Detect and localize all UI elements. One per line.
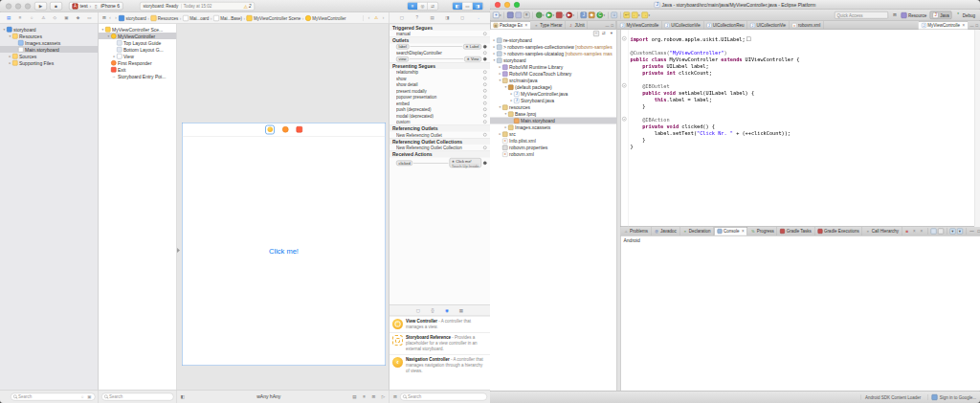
new-class-icon[interactable]: C▾ bbox=[596, 11, 606, 19]
editor-tab-uicollectionvie[interactable]: JUICollectionVie bbox=[747, 21, 790, 30]
version-editor-icon[interactable]: ⇄ bbox=[428, 3, 438, 11]
run-button[interactable]: ▶ bbox=[34, 2, 47, 11]
object-library-icon[interactable]: ◉ bbox=[444, 307, 450, 313]
code-line-8[interactable]: - @IBOutlet bbox=[621, 82, 980, 89]
terminate-icon[interactable]: ■ bbox=[904, 229, 910, 235]
collapsed-imports-icon[interactable] bbox=[746, 37, 751, 42]
interface-builder-canvas[interactable]: Click me! bbox=[177, 24, 390, 390]
bottom-tab-problems[interactable]: ⚠Problems bbox=[621, 227, 652, 235]
explorer-item-info-plist-xml[interactable]: xInfo.plist.xml bbox=[490, 138, 617, 145]
explorer-item-resources[interactable]: ▾resources bbox=[490, 104, 617, 111]
editor-tab-uicollectionvie[interactable]: JUICollectionVie bbox=[662, 21, 704, 30]
stack-icon[interactable]: ▤ bbox=[352, 393, 358, 399]
identity-inspector-icon[interactable]: ▤ bbox=[430, 15, 435, 21]
size-class-control[interactable]: wAny hAny bbox=[256, 394, 280, 400]
explorer-item-base-lproj[interactable]: ▾Base.lproj bbox=[490, 111, 617, 118]
connection-row-present-modally[interactable]: present modally bbox=[390, 88, 490, 95]
explorer-item-myviewcontroller-java[interactable]: ▸JMyViewController.java bbox=[490, 91, 617, 98]
exit-dock-icon[interactable] bbox=[297, 126, 303, 133]
close-traffic-icon[interactable] bbox=[495, 2, 501, 8]
outline-item-bottom-layout-g[interactable]: Bottom Layout G... bbox=[99, 46, 177, 53]
grid-icon[interactable]: ⊞ bbox=[392, 393, 398, 399]
connection-well[interactable] bbox=[483, 96, 487, 100]
code-line-10[interactable]: this.label = label; bbox=[621, 96, 980, 102]
connection-well[interactable] bbox=[483, 71, 487, 75]
connection-row-custom[interactable]: custom bbox=[390, 119, 490, 125]
bottom-tab-progress[interactable]: %Progress bbox=[747, 227, 777, 235]
explorer-item-robovm-properties[interactable]: robovm.properties bbox=[490, 145, 617, 151]
perspective-java[interactable]: JJava bbox=[930, 11, 952, 20]
view-menu-icon[interactable]: ▾ bbox=[609, 31, 614, 36]
zoom-traffic-icon[interactable] bbox=[25, 3, 31, 9]
close-tab-icon[interactable]: × bbox=[525, 23, 528, 28]
add-button[interactable] bbox=[3, 393, 9, 399]
java-editor[interactable]: -import org.robovm.apple.uikit.UILabel;@… bbox=[620, 30, 980, 227]
breadcrumb-item-storyboard[interactable]: storyboard bbox=[119, 15, 146, 21]
scroll-lock-icon[interactable] bbox=[938, 229, 944, 235]
explorer-item-robovm-runtime-library[interactable]: ▸RoboVM Runtime Library bbox=[490, 64, 617, 71]
code-line-16[interactable]: } bbox=[621, 136, 980, 143]
outline-item-storyboard-entry-poi[interactable]: →Storyboard Entry Poi... bbox=[99, 73, 177, 79]
link-with-editor-icon[interactable]: ⇄ bbox=[601, 31, 607, 36]
connection-row-manual[interactable]: manual bbox=[390, 31, 490, 37]
media-library-icon[interactable]: ▦ bbox=[458, 307, 464, 313]
minimize-traffic-icon[interactable] bbox=[15, 3, 21, 9]
code-line-17[interactable]: } bbox=[621, 143, 980, 149]
navigator-item-main-storyboard[interactable]: Main.storyboard bbox=[0, 46, 99, 53]
utilities-panel-icon[interactable]: ◨ bbox=[473, 3, 483, 11]
collapse-all-icon[interactable]: − bbox=[593, 31, 599, 36]
pin-icon[interactable]: ⊞ bbox=[371, 393, 377, 399]
code-line-4[interactable]: public class MyViewController extends UI… bbox=[621, 56, 980, 62]
editor-tab-robovm-xml[interactable]: xrobovm.xml bbox=[790, 21, 824, 30]
external-tools-icon[interactable]: ▶▾ bbox=[566, 11, 575, 19]
perspective-debug[interactable]: *Debug bbox=[953, 11, 978, 20]
view-tab-junit[interactable]: JJUnit bbox=[566, 21, 588, 30]
find-navigator-icon[interactable]: ○ bbox=[29, 15, 34, 21]
fold-marker-icon[interactable]: - bbox=[622, 117, 627, 122]
explorer-item-src-main-java[interactable]: ▾src/main/java bbox=[490, 78, 617, 84]
connection-well[interactable] bbox=[483, 108, 487, 112]
attributes-inspector-icon[interactable]: ◨ bbox=[444, 15, 450, 21]
connection-row-show[interactable]: show bbox=[390, 76, 490, 82]
editor-max-icon[interactable]: □ bbox=[976, 23, 978, 28]
bottom-tab-call-hierarchy[interactable]: ≡Call Hierarchy bbox=[862, 227, 902, 235]
display-console-icon[interactable]: ▾ bbox=[949, 229, 955, 235]
connection-row-new-referencing-outlet[interactable]: New Referencing Outlet bbox=[390, 132, 490, 139]
navigator-item-sources[interactable]: ▸Sources bbox=[0, 53, 99, 59]
breadcrumb-item-myviewcontroller[interactable]: MyViewController bbox=[305, 15, 346, 21]
remove-launch-icon[interactable]: × bbox=[911, 229, 917, 235]
connection-row-modal-deprecated[interactable]: modal (deprecated) bbox=[390, 113, 490, 120]
code-line-5[interactable]: private UILabel label; bbox=[621, 62, 980, 69]
maximize-icon[interactable]: □ bbox=[976, 229, 980, 235]
breadcrumb-item-myviewcontroller-scene[interactable]: MyViewController Scene bbox=[247, 15, 301, 21]
search-icon[interactable]: ○ bbox=[611, 11, 618, 19]
project-navigator-icon[interactable]: ▤ bbox=[6, 15, 11, 21]
connection-row-relationship[interactable]: relationship bbox=[390, 69, 490, 76]
zoom-traffic-icon[interactable] bbox=[514, 2, 520, 8]
test-navigator-icon[interactable]: ◇ bbox=[52, 15, 57, 21]
code-line-13[interactable]: - @IBAction bbox=[621, 116, 980, 123]
library-item-navigation-controller[interactable]: ‹Navigation Controller - A controller th… bbox=[390, 354, 490, 376]
canvas-outline-toggle-icon[interactable]: ◧ bbox=[180, 393, 186, 399]
size-inspector-icon[interactable]: ◻ bbox=[459, 15, 465, 21]
new-wizard-icon[interactable]: +▾ bbox=[493, 11, 502, 19]
breadcrumb-item-resources[interactable]: Resources bbox=[150, 15, 178, 21]
outline-item-top-layout-guide[interactable]: Top Layout Guide bbox=[99, 39, 177, 46]
explorer-item-storyboard[interactable]: ▾storyboard bbox=[490, 57, 617, 64]
connection-well[interactable] bbox=[483, 161, 487, 165]
quick-access-input[interactable]: Quick Access bbox=[835, 11, 888, 19]
minimize-traffic-icon[interactable] bbox=[504, 2, 510, 8]
connection-well[interactable] bbox=[483, 57, 487, 61]
debug-icon[interactable]: ▾ bbox=[536, 11, 546, 19]
connection-well[interactable] bbox=[483, 89, 487, 93]
library-item-view-controller[interactable]: View Controller - A controller that mana… bbox=[390, 316, 490, 332]
align-icon[interactable]: ≡ bbox=[362, 393, 368, 399]
outline-filter-field[interactable]: Search bbox=[101, 392, 174, 400]
explorer-item-robovm-samples-collectionview[interactable]: ▸> robovm-samples-collectionview[robovm-… bbox=[490, 44, 617, 51]
file-template-library-icon[interactable]: ▢ bbox=[415, 307, 421, 313]
breadcrumb-item-mai-base[interactable]: Mai...Base) bbox=[213, 15, 242, 21]
connection-well[interactable] bbox=[483, 45, 487, 49]
editor-tab-myviewcontrolle[interactable]: JMyViewControlle× bbox=[918, 21, 968, 30]
new-java-project-icon[interactable]: J bbox=[580, 11, 588, 19]
bottom-tab-declaration[interactable]: ≡Declaration bbox=[679, 227, 714, 235]
